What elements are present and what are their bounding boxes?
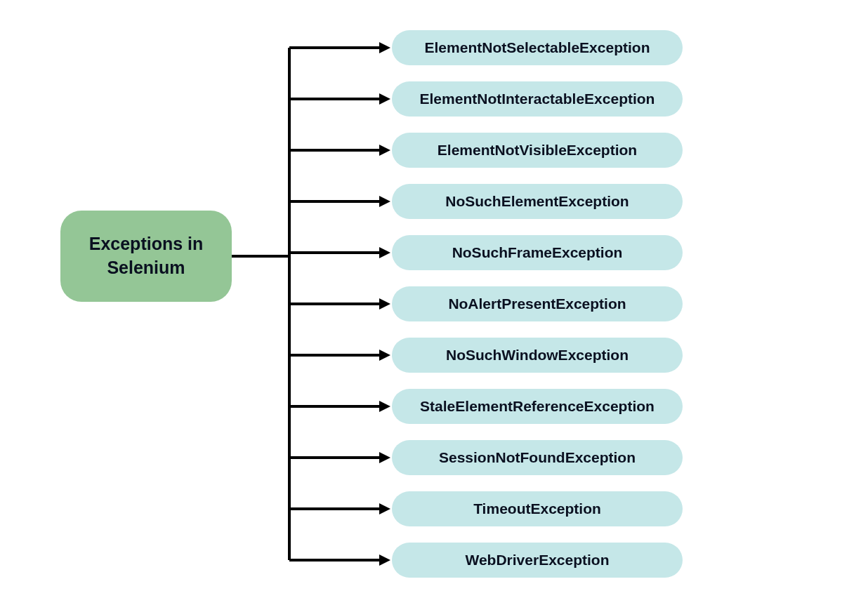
exception-label: WebDriverException (465, 552, 609, 569)
exception-node: ElementNotSelectableException (392, 30, 683, 65)
svg-marker-21 (379, 503, 390, 514)
exception-node: StaleElementReferenceException (392, 389, 683, 424)
svg-marker-9 (379, 196, 390, 207)
exceptions-list: ElementNotSelectableExceptionElementNotI… (392, 30, 683, 578)
exception-label: TimeoutException (473, 500, 601, 517)
exception-node: NoSuchElementException (392, 184, 683, 219)
exception-label: NoSuchElementException (445, 193, 629, 210)
svg-marker-3 (379, 42, 390, 53)
exception-node: ElementNotInteractableException (392, 81, 683, 117)
svg-marker-15 (379, 350, 390, 361)
svg-marker-5 (379, 93, 390, 105)
root-label: Exceptions in Selenium (67, 232, 225, 280)
exception-label: ElementNotSelectableException (425, 39, 650, 56)
exception-node: SessionNotFoundException (392, 440, 683, 475)
exception-label: ElementNotInteractableException (420, 91, 655, 107)
svg-marker-7 (379, 145, 390, 156)
exception-node: WebDriverException (392, 543, 683, 578)
exception-node: TimeoutException (392, 491, 683, 526)
exception-label: StaleElementReferenceException (420, 398, 655, 415)
svg-marker-11 (379, 247, 390, 258)
exception-label: NoSuchFrameException (452, 244, 623, 261)
svg-marker-23 (379, 554, 390, 566)
root-node-exceptions-in-selenium: Exceptions in Selenium (60, 211, 232, 302)
exception-node: NoSuchFrameException (392, 235, 683, 270)
svg-marker-19 (379, 452, 390, 463)
exception-node: NoSuchWindowException (392, 338, 683, 373)
diagram-container: Exceptions in Selenium ElementNotSelecta… (0, 0, 868, 598)
svg-marker-13 (379, 298, 390, 310)
exception-label: SessionNotFoundException (439, 449, 636, 466)
exception-label: NoAlertPresentException (448, 295, 626, 312)
exception-node: NoAlertPresentException (392, 286, 683, 321)
exception-label: ElementNotVisibleException (438, 142, 637, 159)
exception-label: NoSuchWindowException (446, 347, 629, 364)
svg-marker-17 (379, 401, 390, 412)
exception-node: ElementNotVisibleException (392, 133, 683, 168)
